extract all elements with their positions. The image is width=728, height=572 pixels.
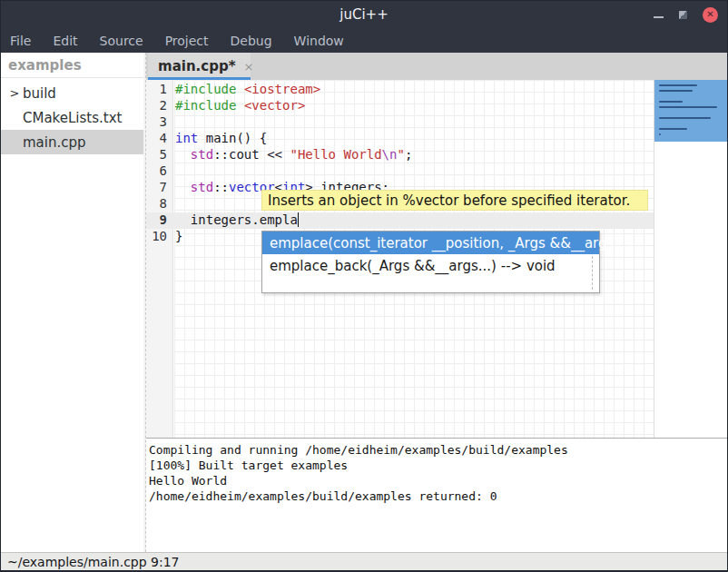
tree-item-label: main.cpp (23, 134, 86, 151)
minimap-code-line (659, 117, 711, 119)
syntax-str: <vector> (244, 98, 305, 113)
code-lines: 1#include <iostream>2#include <vector>34… (146, 82, 654, 245)
minimap[interactable] (654, 80, 727, 438)
window-controls: ✕ (654, 1, 718, 28)
line-number: 5 (146, 147, 173, 163)
text-cursor (298, 212, 299, 227)
tab-label: main.cpp* (158, 58, 235, 74)
syntax-ns: std (191, 180, 213, 194)
autocomplete-item[interactable]: emplace_back(_Args &&__args...) --> void (262, 254, 599, 277)
code-line-5[interactable]: 5 std::cout << "Hello World\n"; (146, 147, 654, 163)
sidebar-item-cmakelists-txt[interactable]: CMakeLists.txt (1, 105, 143, 130)
title-bar[interactable]: juCi++ ✕ (1, 1, 727, 28)
output-line: Hello World (149, 473, 727, 488)
syntax-str: "Hello World (290, 147, 381, 162)
sidebar-item-build[interactable]: >build (1, 81, 143, 105)
code-text (173, 114, 175, 131)
output-line: /home/eidheim/examples/build/examples re… (149, 488, 727, 504)
output-line: Compiling and running /home/eidheim/exam… (149, 442, 727, 458)
syntax-plain (236, 98, 243, 113)
line-number: 3 (146, 114, 173, 131)
minimap-code-line (659, 101, 683, 103)
syntax-pre: #include (175, 98, 236, 113)
code-text: } (173, 229, 182, 245)
tree-item-label: build (23, 85, 56, 102)
build-output-panel: Compiling and running /home/eidheim/exam… (146, 439, 727, 552)
menu-item-window[interactable]: Window (283, 28, 355, 53)
code-text: std::cout << "Hello World\n"; (173, 147, 412, 163)
syntax-plain: :: (213, 180, 229, 194)
syntax-plain: ; (405, 147, 412, 162)
syntax-pre: #include (175, 82, 236, 96)
minimap-code-line (659, 128, 687, 130)
window-title: juCi++ (339, 6, 388, 23)
line-number: 1 (146, 82, 173, 98)
code-line-3[interactable]: 3 (146, 114, 654, 131)
minimap-code-line (659, 106, 717, 108)
tab-close-icon[interactable]: × (243, 60, 253, 74)
code-line-2[interactable]: 2#include <vector> (146, 98, 654, 114)
code-text: integers.empla (173, 212, 299, 229)
line-number: 4 (146, 131, 173, 147)
tab-bar: main.cpp*× (146, 53, 727, 80)
tree-item-label: CMakeLists.txt (23, 110, 122, 126)
syntax-plain (175, 180, 191, 194)
close-icon: ✕ (706, 10, 713, 19)
menu-item-project[interactable]: Project (154, 28, 220, 53)
app-window: juCi++ ✕ FileEditSourceProjectDebugWindo… (0, 0, 728, 572)
restore-button-icon[interactable] (679, 11, 687, 19)
syntax-plain: integers.empla (175, 212, 298, 227)
line-number: 9 (146, 212, 173, 229)
editor-pane: main.cpp*× 1#include <iostream>2#include… (146, 53, 727, 552)
minimap-code-line (659, 90, 693, 92)
expander-icon[interactable]: > (6, 86, 23, 100)
syntax-ns: std (191, 147, 213, 162)
code-line-6[interactable]: 6 (146, 163, 654, 180)
syntax-plain: main() { (198, 131, 267, 145)
close-button[interactable]: ✕ (703, 7, 718, 23)
main-area: examples >buildCMakeLists.txtmain.cpp ma… (1, 53, 727, 552)
menu-item-source[interactable]: Source (89, 28, 154, 53)
file-tree: >buildCMakeLists.txtmain.cpp (1, 78, 143, 154)
autocomplete-scrollbar[interactable] (592, 256, 593, 290)
code-text (173, 163, 175, 180)
line-number: 7 (146, 180, 173, 196)
syntax-str: <iostream> (244, 82, 320, 96)
syntax-plain (175, 147, 191, 162)
syntax-esc: \n (382, 147, 398, 162)
doc-tooltip-text: Inserts an object in %vector before spec… (268, 192, 630, 209)
syntax-plain: } (175, 229, 182, 243)
line-number: 8 (146, 196, 173, 212)
autocomplete-popup: emplace(const_iterator __position, _Args… (261, 231, 600, 293)
file-tree-sidebar: examples >buildCMakeLists.txtmain.cpp (1, 53, 143, 552)
code-line-9[interactable]: 9 integers.empla (146, 212, 654, 229)
syntax-plain: ::cout << (213, 147, 290, 162)
project-name-header: examples (1, 53, 143, 78)
sidebar-item-main-cpp[interactable]: main.cpp (1, 130, 143, 154)
menu-bar: FileEditSourceProjectDebugWindow (1, 28, 727, 53)
line-number: 10 (146, 229, 173, 245)
status-file-position: ~/examples/main.cpp 9:17 (7, 555, 180, 569)
code-text: #include <vector> (173, 98, 305, 114)
minimap-code-line (659, 133, 661, 135)
output-line: [100%] Built target examples (149, 458, 727, 473)
code-text: int main() { (173, 131, 267, 147)
tab-main-cpp-[interactable]: main.cpp*× (148, 53, 251, 80)
code-editor[interactable]: 1#include <iostream>2#include <vector>34… (146, 80, 727, 438)
code-line-1[interactable]: 1#include <iostream> (146, 82, 654, 98)
doc-tooltip: Inserts an object in %vector before spec… (261, 190, 648, 211)
syntax-str: " (397, 147, 404, 162)
minimap-visible-region[interactable] (654, 80, 727, 142)
syntax-kw: int (175, 131, 198, 145)
status-bar: ~/examples/main.cpp 9:17 (1, 552, 727, 570)
code-line-4[interactable]: 4int main() { (146, 131, 654, 147)
syntax-plain (236, 82, 243, 96)
autocomplete-item[interactable]: emplace(const_iterator __position, _Args… (262, 232, 599, 254)
line-number: 6 (146, 163, 173, 180)
menu-item-debug[interactable]: Debug (220, 28, 283, 53)
line-number: 2 (146, 98, 173, 114)
minimap-code-line (659, 84, 697, 86)
menu-item-file[interactable]: File (10, 28, 42, 53)
menu-item-edit[interactable]: Edit (42, 28, 88, 53)
minimize-button-icon[interactable] (654, 16, 664, 18)
